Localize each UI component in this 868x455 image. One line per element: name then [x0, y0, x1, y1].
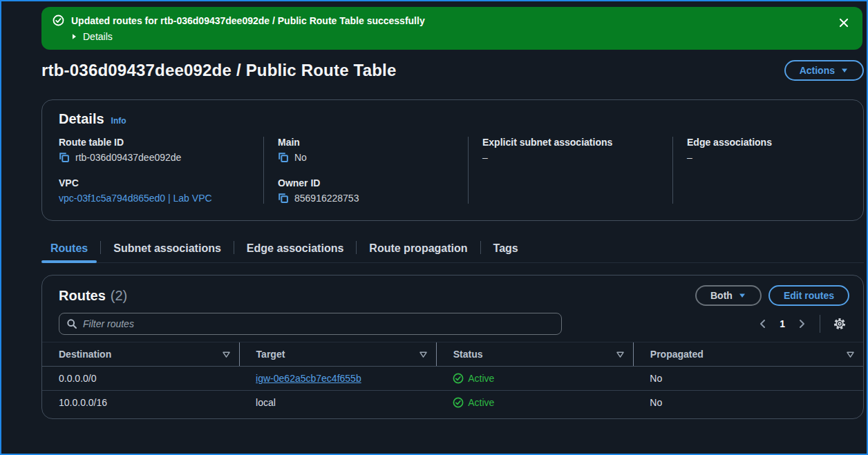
current-page-number[interactable]: 1	[774, 318, 791, 329]
routes-card: Routes (2) Both Edit routes	[41, 275, 864, 419]
edit-routes-button[interactable]: Edit routes	[768, 285, 849, 306]
table-row: 0.0.0.0/0 igw-0e62a5cb7ec4f655b Active N…	[42, 367, 863, 391]
field-explicit-subnet-associations: Explicit subnet associations –	[482, 137, 661, 163]
sort-icon[interactable]	[419, 350, 428, 359]
success-check-icon	[53, 14, 64, 26]
tab-routes[interactable]: Routes	[41, 237, 97, 262]
routes-heading: Routes	[59, 288, 106, 304]
pagination-divider	[820, 315, 820, 333]
sort-icon[interactable]	[846, 350, 855, 359]
column-header-status[interactable]: Status	[436, 342, 633, 367]
sort-icon[interactable]	[616, 350, 625, 359]
tab-divider	[356, 241, 357, 254]
main-value: No	[294, 152, 307, 163]
page-header: rtb-036d09437dee092de / Public Route Tab…	[41, 60, 864, 81]
details-column-4: Edge associations –	[672, 137, 847, 204]
field-edge-associations: Edge associations –	[687, 137, 836, 163]
both-dropdown-label: Both	[710, 290, 733, 301]
tab-edge-associations[interactable]: Edge associations	[238, 237, 353, 262]
status-label: Active	[468, 397, 494, 408]
copy-icon	[59, 152, 70, 163]
info-link[interactable]: Info	[111, 116, 126, 126]
actions-button[interactable]: Actions	[784, 60, 864, 81]
copy-icon	[278, 152, 289, 163]
status-active-icon	[453, 397, 464, 408]
flash-details-expander[interactable]: Details	[70, 31, 829, 42]
copy-route-table-id-button[interactable]	[59, 152, 70, 163]
table-settings-button[interactable]	[830, 314, 849, 333]
both-dropdown[interactable]: Both	[695, 285, 762, 306]
tab-route-propagation[interactable]: Route propagation	[360, 237, 476, 262]
details-card: Details Info Route table ID rtb-036d094	[41, 99, 864, 221]
tab-divider	[480, 241, 481, 254]
expand-arrow-icon	[70, 33, 77, 40]
field-main: Main No	[278, 137, 457, 163]
route-table-id-value: rtb-036d09437dee092de	[75, 152, 181, 163]
success-flashbar: Updated routes for rtb-036d09437dee092de…	[41, 7, 862, 50]
status-cell: Active	[436, 367, 633, 391]
tab-subnet-associations[interactable]: Subnet associations	[104, 237, 230, 262]
owner-id-value: 856916228753	[294, 193, 359, 204]
next-page-button[interactable]	[793, 316, 810, 332]
details-column-3: Explicit subnet associations –	[468, 137, 672, 204]
column-header-target[interactable]: Target	[239, 342, 436, 367]
target-cell: local	[239, 391, 436, 415]
gear-icon	[833, 317, 847, 331]
page-title: rtb-036d09437dee092de / Public Route Tab…	[41, 61, 396, 80]
table-row: 10.0.0.0/16 local Active No	[42, 391, 863, 415]
column-header-destination[interactable]: Destination	[42, 342, 239, 367]
routes-table: Destination Target	[42, 342, 863, 414]
field-route-table-id: Route table ID rtb-036d09437dee092de	[59, 137, 252, 163]
tab-divider	[100, 241, 101, 254]
flash-details-label: Details	[83, 31, 113, 42]
details-column-2: Main No Owner ID	[263, 137, 468, 204]
field-owner-id: Owner ID 856916228753	[278, 177, 457, 204]
previous-page-button[interactable]	[755, 316, 771, 332]
tab-tags[interactable]: Tags	[484, 237, 527, 262]
chevron-left-icon	[757, 318, 768, 329]
details-column-1: Route table ID rtb-036d09437dee092de V	[59, 137, 263, 204]
field-vpc: VPC vpc-03f1c5a794d865ed0 | Lab VPC	[59, 177, 252, 204]
propagated-cell: No	[633, 391, 863, 415]
flash-message: Updated routes for rtb-036d09437dee092de…	[71, 15, 425, 26]
status-label: Active	[468, 373, 494, 384]
tab-divider	[234, 241, 234, 254]
filter-routes-input[interactable]	[83, 318, 554, 329]
filter-routes-box	[59, 313, 562, 335]
edit-routes-label: Edit routes	[784, 290, 834, 301]
close-icon	[838, 17, 850, 29]
routes-count: (2)	[111, 288, 127, 304]
chevron-right-icon	[796, 318, 807, 329]
actions-button-label: Actions	[800, 65, 835, 76]
column-header-propagated[interactable]: Propagated	[633, 342, 863, 367]
chevron-down-icon	[738, 291, 746, 300]
status-cell: Active	[436, 391, 633, 415]
destination-cell: 0.0.0.0/0	[42, 367, 239, 391]
sort-icon[interactable]	[222, 350, 231, 359]
internet-gateway-link[interactable]: igw-0e62a5cb7ec4f655b	[256, 373, 361, 384]
target-cell: igw-0e62a5cb7ec4f655b	[239, 367, 436, 391]
copy-icon	[278, 193, 289, 204]
explicit-subnet-associations-value: –	[482, 152, 488, 163]
status-active-icon	[453, 373, 464, 384]
destination-cell: 10.0.0.0/16	[42, 391, 239, 415]
tab-bar: Routes Subnet associations Edge associat…	[41, 237, 864, 263]
copy-main-button[interactable]	[278, 152, 289, 163]
propagated-cell: No	[633, 367, 863, 391]
target-local-label: local	[256, 397, 276, 408]
vpc-link[interactable]: vpc-03f1c5a794d865ed0 | Lab VPC	[59, 193, 212, 204]
copy-owner-id-button[interactable]	[278, 193, 289, 204]
edge-associations-value: –	[687, 152, 692, 163]
search-icon	[66, 318, 77, 329]
details-heading: Details	[59, 111, 104, 127]
flash-close-button[interactable]	[835, 14, 853, 34]
chevron-down-icon	[840, 66, 849, 75]
